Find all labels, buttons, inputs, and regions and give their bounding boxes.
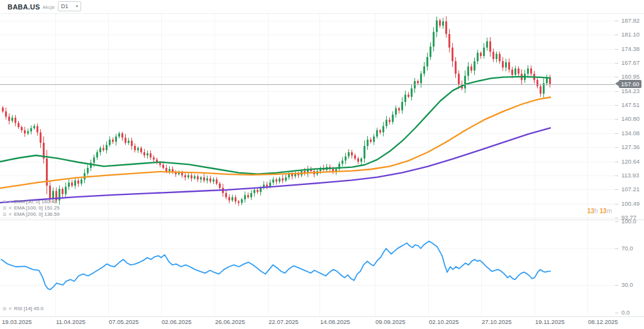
date-label: 08.12.2025 xyxy=(588,318,618,325)
date-label: 27.10.2025 xyxy=(482,318,512,325)
toolbar: BABA.US Akcje ▾ D1 ▾ xyxy=(0,0,644,14)
rsi-tick-label: 70.0 xyxy=(621,245,633,252)
settings-icon[interactable]: ☰ xyxy=(3,199,6,204)
ema50-legend-label: EMA [50, 0] 160.48 xyxy=(14,199,57,204)
price-tick-label: 107.21 xyxy=(621,186,640,192)
current-price-value: 157.60 xyxy=(621,81,639,87)
price-tick-label: 100.49 xyxy=(621,200,640,207)
settings-icon[interactable]: ☰ xyxy=(3,306,6,311)
settings-icon[interactable]: ☰ xyxy=(3,211,6,217)
price-tick-label: 113.93 xyxy=(621,172,639,179)
ema50-legend: ☰ ✕ EMA [50, 0] 160.48 xyxy=(3,199,57,204)
ema100-legend: ☰ ✕ EMA [100, 0] 151.25 xyxy=(3,205,60,211)
date-label: 11.04.2025 xyxy=(56,318,86,325)
date-label: 02.10.2025 xyxy=(429,318,459,325)
ema200-legend: ☰ ✕ EMA [200, 0] 136.59 xyxy=(3,211,60,217)
candle-countdown: 13h13m xyxy=(553,208,614,215)
date-label: 19.11.2025 xyxy=(535,318,565,325)
rsi-tick-label: 0.0 xyxy=(621,309,630,316)
date-label: 07.05.2025 xyxy=(109,318,139,325)
countdown-hours: 13 xyxy=(587,208,594,215)
price-tick-label: 187.82 xyxy=(621,17,640,24)
date-label: 02.06.2025 xyxy=(162,318,192,325)
rsi-legend: ☰ ✕ RSI [14] 45.0 xyxy=(3,306,43,311)
close-icon[interactable]: ✕ xyxy=(8,211,12,217)
price-tick-label: 134.08 xyxy=(621,130,640,137)
rsi-tick-label: 100.0 xyxy=(621,218,636,225)
price-tick-label: 127.36 xyxy=(621,143,640,150)
pane-separators xyxy=(0,220,644,317)
countdown-minutes: 13 xyxy=(600,208,607,215)
timeframe-value: D1 xyxy=(61,3,69,9)
close-icon[interactable]: ✕ xyxy=(8,199,12,204)
axis-ticks xyxy=(615,21,618,313)
ema100-legend-label: EMA [100, 0] 151.25 xyxy=(14,205,60,211)
price-tick-label: 167.67 xyxy=(621,59,640,66)
price-tick-label: 160.95 xyxy=(621,73,640,80)
rsi-line xyxy=(1,241,550,289)
price-tick-label: 147.51 xyxy=(621,101,640,108)
date-label: 14.08.2025 xyxy=(320,318,350,325)
symbol-name: BABA.US xyxy=(8,3,40,11)
instrument-type-label: Akcje xyxy=(43,4,55,10)
settings-icon[interactable]: ☰ xyxy=(3,205,6,211)
price-tick-label: 174.38 xyxy=(621,45,640,52)
close-icon[interactable]: ✕ xyxy=(8,306,12,311)
current-price-badge: 157.60 xyxy=(619,80,641,88)
date-label: 22.07.2025 xyxy=(269,318,299,325)
price-tick-label: 181.10 xyxy=(621,31,640,38)
gridlines xyxy=(0,14,618,317)
date-label: 19.03.2025 xyxy=(2,318,32,325)
chevron-down-icon: ▾ xyxy=(75,4,78,9)
price-tick-label: 154.23 xyxy=(621,87,640,94)
chart-canvas[interactable] xyxy=(0,0,644,329)
ema200-legend-label: EMA [200, 0] 136.59 xyxy=(14,211,60,217)
date-label: 26.06.2025 xyxy=(215,318,245,325)
close-icon[interactable]: ✕ xyxy=(8,205,12,211)
date-label: 09.09.2025 xyxy=(375,318,406,325)
rsi-tick-label: 30.0 xyxy=(621,281,633,288)
price-tick-label: 140.80 xyxy=(621,115,640,122)
ema100-line xyxy=(0,98,550,189)
countdown-hours-unit: h xyxy=(594,208,598,215)
price-tick-label: 120.64 xyxy=(621,158,640,165)
ema200-line xyxy=(0,128,550,203)
timeframe-select[interactable]: D1 ▾ xyxy=(58,1,81,11)
trading-chart-app: BABA.US Akcje ▾ D1 ▾ ☰ ✕ EMA [50, 0] 160… xyxy=(0,0,644,329)
countdown-minutes-unit: m xyxy=(607,208,612,215)
rsi-legend-label: RSI [14] 45.0 xyxy=(14,306,43,311)
symbol-selector[interactable]: BABA.US Akcje ▾ xyxy=(8,2,60,12)
